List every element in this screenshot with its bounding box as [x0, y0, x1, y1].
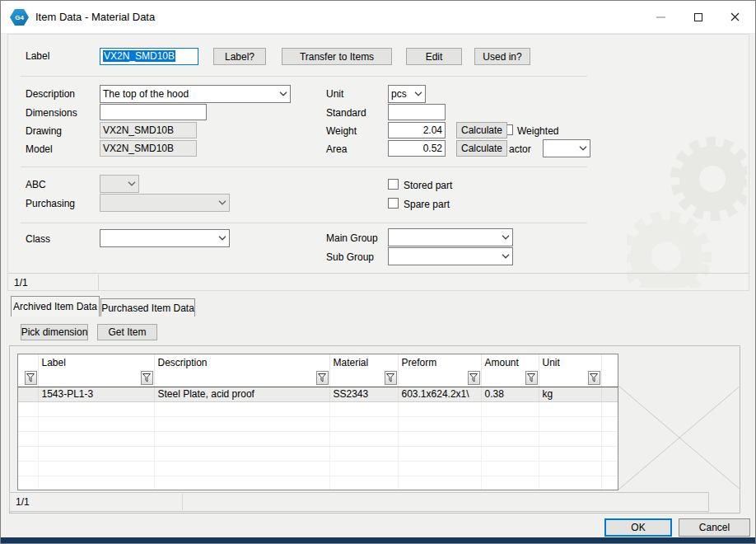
grid-header-cell[interactable]: Label: [38, 354, 154, 370]
grid-cell-amount[interactable]: 0.38: [481, 387, 539, 401]
model-input: VX2N_SMD10B: [100, 140, 197, 157]
material-grid: Label Description Material Preform Amoun…: [17, 354, 618, 490]
grid-empty-row: [18, 461, 618, 476]
chevron-down-icon: [499, 229, 512, 246]
label-question-button[interactable]: Label?: [213, 48, 266, 65]
filter-button[interactable]: [525, 371, 538, 385]
minimize-button[interactable]: [642, 1, 679, 33]
label-input[interactable]: VX2N_SMD10B: [100, 48, 198, 65]
funnel-icon: [142, 373, 151, 382]
used-in-button[interactable]: Used in?: [474, 48, 530, 65]
drawing-input: VX2N_SMD10B: [100, 122, 197, 138]
stored-part-checkbox[interactable]: [388, 179, 399, 190]
grid-header-filler: [601, 354, 618, 370]
chevron-down-icon: [216, 230, 229, 246]
grid-header-cell[interactable]: Amount: [481, 354, 539, 370]
description-combobox[interactable]: The top of the hood: [100, 85, 291, 103]
close-button[interactable]: [716, 1, 754, 33]
sub-group-label: Sub Group: [326, 249, 374, 265]
abc-label: ABC: [26, 176, 46, 193]
area-input[interactable]: 0.52: [388, 140, 446, 157]
tab-purchased-item-data[interactable]: Purchased Item Data: [100, 298, 195, 317]
factor-combobox[interactable]: [543, 139, 590, 157]
funnel-icon: [386, 373, 394, 382]
row-selector-cell[interactable]: [18, 387, 38, 401]
spare-part-label: Spare part: [404, 196, 450, 213]
abc-combobox[interactable]: [100, 175, 139, 193]
window-controls: [642, 1, 754, 33]
grid-cell-material[interactable]: SS2343: [329, 387, 398, 401]
grid-empty-row: [18, 401, 618, 416]
funnel-icon: [527, 373, 535, 382]
grid-filter-cell[interactable]: [329, 370, 398, 387]
purchasing-combobox[interactable]: [100, 194, 230, 212]
grid-cell-label[interactable]: 1543-PL1-3: [38, 387, 154, 401]
grid-filter-cell[interactable]: [18, 370, 38, 387]
weight-label: Weight: [326, 123, 357, 139]
pick-dimension-button[interactable]: Pick dimension: [21, 324, 88, 340]
grid-header-cell[interactable]: Material: [329, 354, 398, 370]
grid-row-selected[interactable]: 1543-PL1-3 Steel Plate, acid proof SS234…: [18, 387, 618, 401]
filter-button[interactable]: [468, 371, 480, 385]
calculate-area-button[interactable]: Calculate: [456, 140, 507, 157]
filter-button[interactable]: [25, 371, 37, 385]
spare-part-checkbox[interactable]: [388, 198, 399, 209]
factor-label: actor: [509, 141, 531, 157]
tab-archived-item-data[interactable]: Archived Item Data: [11, 296, 100, 317]
maximize-button[interactable]: [679, 1, 716, 33]
transfer-to-items-button[interactable]: Transfer to Items: [282, 48, 392, 65]
calculate-weight-button[interactable]: Calculate: [456, 122, 507, 138]
minimize-icon: [656, 16, 665, 18]
get-item-button[interactable]: Get Item: [97, 324, 157, 340]
app-icon-text: G4: [15, 14, 24, 21]
cancel-button[interactable]: Cancel: [679, 518, 750, 537]
g4-hexagon-icon: G4: [10, 9, 29, 26]
grid-filter-cell[interactable]: [539, 370, 601, 387]
sub-group-combobox[interactable]: [388, 247, 513, 265]
footer-accent-strip: [1, 537, 755, 543]
grid-statusbar: [9, 492, 709, 512]
grid-filter-cell[interactable]: [398, 370, 481, 387]
main-group-combobox[interactable]: [388, 228, 513, 246]
separator: [8, 273, 749, 274]
grid-filter-cell[interactable]: [481, 370, 539, 387]
chevron-down-icon: [499, 248, 512, 265]
description-value: The top of the hood: [103, 86, 189, 102]
unit-value: pcs: [391, 86, 407, 102]
weight-input[interactable]: 2.04: [388, 122, 446, 138]
close-icon: [730, 12, 740, 21]
grid-cell-description[interactable]: Steel Plate, acid proof: [154, 387, 329, 401]
grid-selector-header: [18, 354, 38, 370]
filter-button[interactable]: [588, 371, 600, 385]
grid-cell-filler: [601, 387, 618, 401]
grid-filter-cell[interactable]: [38, 370, 154, 387]
label-field-label: Label: [26, 48, 49, 64]
item-data-dialog: G4 Item Data - Material Data Label VX2N_…: [0, 0, 756, 544]
edit-button[interactable]: Edit: [406, 48, 462, 65]
ok-button[interactable]: OK: [604, 518, 672, 537]
filter-button[interactable]: [385, 371, 397, 385]
grid-empty-row: [18, 476, 618, 490]
funnel-icon: [469, 373, 478, 382]
grid-header-cell[interactable]: Description: [154, 354, 329, 370]
standard-input[interactable]: [388, 104, 446, 120]
filter-button[interactable]: [141, 371, 153, 385]
grid-cell-unit[interactable]: kg: [539, 387, 601, 401]
purchasing-label: Purchasing: [26, 195, 75, 212]
class-label: Class: [26, 231, 50, 247]
funnel-icon: [318, 373, 326, 382]
grid-empty-row: [18, 446, 618, 461]
funnel-icon: [26, 373, 35, 382]
grid-header-cell[interactable]: Preform: [398, 354, 481, 370]
main-group-label: Main Group: [326, 230, 378, 246]
chevron-down-icon: [412, 86, 425, 102]
filter-button[interactable]: [316, 371, 329, 385]
dimensions-input[interactable]: [100, 104, 207, 120]
unit-combobox[interactable]: pcs: [388, 85, 426, 103]
area-label: Area: [326, 141, 347, 157]
grid-cell-preform[interactable]: 603.1x624.2x1\: [398, 387, 481, 401]
maximize-icon: [694, 13, 702, 21]
grid-filter-cell[interactable]: [154, 370, 329, 387]
class-combobox[interactable]: [100, 229, 230, 247]
grid-header-cell[interactable]: Unit: [539, 354, 601, 370]
